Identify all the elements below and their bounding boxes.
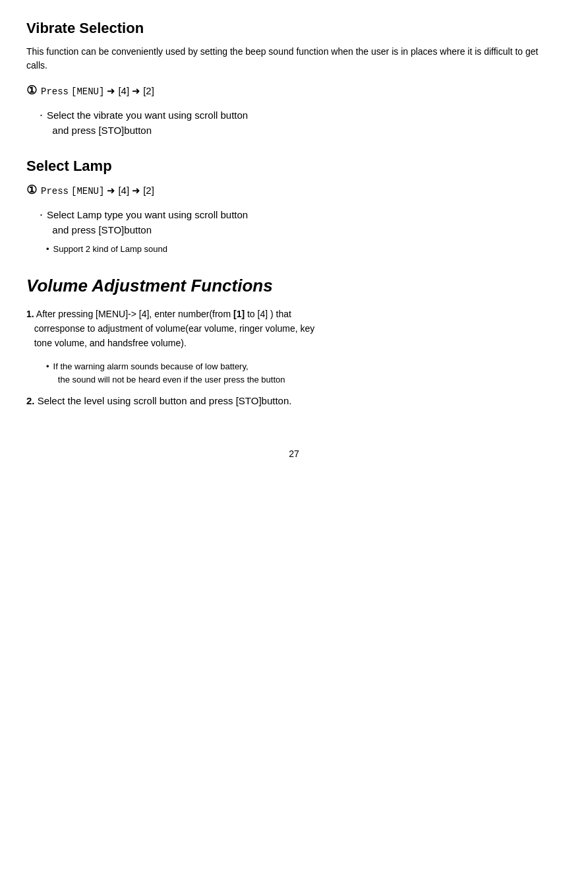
lamp-arrow2: ➜ bbox=[132, 185, 140, 197]
select-lamp-title: Select Lamp bbox=[26, 158, 562, 175]
lamp-menu-code: [MENU] bbox=[71, 186, 104, 197]
vibrate-bullet-text: Select the vibrate you want using scroll… bbox=[47, 108, 248, 138]
volume-adjustment-section: Volume Adjustment Functions 1. After pre… bbox=[26, 276, 562, 409]
lamp-circle-num: ① bbox=[26, 183, 37, 197]
lamp-press-label: Press bbox=[41, 186, 69, 197]
vibrate-circle-num: ① bbox=[26, 83, 37, 98]
lamp-bullet-text: Select Lamp type you want using scroll b… bbox=[47, 208, 248, 237]
vibrate-selection-section: Vibrate Selection This function can be c… bbox=[26, 20, 562, 138]
volume-adjustment-title: Volume Adjustment Functions bbox=[26, 276, 562, 296]
vibrate-selection-title: Vibrate Selection bbox=[26, 20, 562, 37]
vibrate-bullet-dot: · bbox=[40, 108, 43, 123]
vibrate-bracket2: [2] bbox=[143, 85, 154, 96]
lamp-arrow1: ➜ bbox=[107, 185, 115, 197]
lamp-sub-bullet-dot: • bbox=[46, 243, 49, 256]
vibrate-arrow1: ➜ bbox=[107, 85, 115, 97]
lamp-sub-bullet-text: Support 2 kind of Lamp sound bbox=[53, 243, 167, 256]
lamp-bullet-dot: · bbox=[40, 208, 43, 222]
volume-step1-block: 1. After pressing [MENU]-> [4], enter nu… bbox=[26, 307, 562, 351]
volume-warning-text: If the warning alarm sounds because of l… bbox=[53, 360, 285, 388]
vibrate-press-label: Press bbox=[41, 86, 69, 97]
volume-step2-text: Select the level using scroll button and… bbox=[38, 395, 292, 406]
lamp-sub-bullet1: • Support 2 kind of Lamp sound bbox=[46, 243, 562, 256]
select-lamp-section: Select Lamp ① Press [MENU] ➜ [4] ➜ [2] ·… bbox=[26, 158, 562, 256]
volume-step1-num: 1. bbox=[26, 309, 34, 319]
lamp-bracket1: [4] bbox=[118, 185, 129, 196]
lamp-bracket2: [2] bbox=[143, 185, 154, 196]
lamp-bullet1: · Select Lamp type you want using scroll… bbox=[40, 208, 562, 237]
volume-warning-dot: • bbox=[46, 360, 49, 374]
vibrate-menu-code: [MENU] bbox=[71, 86, 104, 97]
vibrate-bracket1: [4] bbox=[118, 85, 129, 96]
volume-bold-1: [1] bbox=[233, 309, 245, 319]
volume-warning-bullet: • If the warning alarm sounds because of… bbox=[46, 360, 562, 388]
volume-step2-num: 2. bbox=[26, 395, 35, 406]
page-number: 27 bbox=[26, 448, 562, 459]
vibrate-step1: ① Press [MENU] ➜ [4] ➜ [2] bbox=[26, 83, 562, 98]
vibrate-arrow2: ➜ bbox=[132, 85, 140, 97]
vibrate-bullet1: · Select the vibrate you want using scro… bbox=[40, 108, 562, 138]
volume-step2: 2. Select the level using scroll button … bbox=[26, 394, 562, 409]
volume-step1-text: 1. After pressing [MENU]-> [4], enter nu… bbox=[26, 307, 562, 351]
lamp-step1: ① Press [MENU] ➜ [4] ➜ [2] bbox=[26, 183, 562, 197]
vibrate-intro-text: This function can be conveniently used b… bbox=[26, 45, 562, 73]
